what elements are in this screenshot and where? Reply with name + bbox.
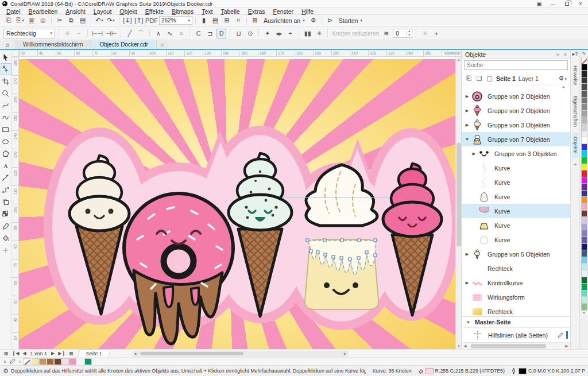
outline-color-chip[interactable] <box>519 368 527 374</box>
polygon-tool-icon[interactable] <box>1 148 11 160</box>
pick-tool-icon[interactable] <box>1 51 11 63</box>
zoom-tool-icon[interactable] <box>1 87 11 99</box>
drawing-canvas[interactable] <box>19 57 455 349</box>
cusp-node-icon[interactable]: ∧ <box>153 29 163 38</box>
redo-icon[interactable]: ↷▾ <box>106 15 116 25</box>
stretch-nodes-icon[interactable]: ⊙ <box>245 29 255 38</box>
canvas-vertical-scrollbar[interactable]: ▲ ▼ <box>455 57 461 349</box>
layer-name[interactable]: Layer 1 <box>519 75 539 82</box>
menu-item-2[interactable]: Ansicht <box>61 8 89 15</box>
elastic-mode-icon[interactable]: ▮▮ <box>303 29 312 38</box>
import-icon[interactable]: [↧] <box>122 15 133 25</box>
delete-node-icon[interactable]: − <box>74 29 84 38</box>
docker-hscrollbar[interactable]: ◀ ▶ <box>462 342 570 349</box>
close-button[interactable]: × <box>578 1 583 7</box>
launch-icon[interactable]: ⊳ <box>325 15 335 25</box>
docker-tab-eigenschaften[interactable]: Eigenschaften <box>572 92 578 131</box>
status-gear-icon[interactable]: ⚙ <box>3 367 9 375</box>
horizontal-ruler[interactable]: 3040506070809010011012013014015016017018… <box>19 50 461 56</box>
connector-tool-icon[interactable] <box>1 184 11 196</box>
break-curve-icon[interactable]: ⊣⊢ <box>105 29 117 38</box>
mesh-fill-tool-icon[interactable] <box>1 208 11 220</box>
cut-icon[interactable]: ✂ <box>55 15 65 25</box>
docker-close-icon[interactable]: × <box>564 52 567 57</box>
document-color-swatch[interactable] <box>54 358 61 365</box>
expander-icon[interactable]: ▼ <box>464 137 470 141</box>
tree-collapse-icon[interactable]: ▲ <box>462 84 570 89</box>
docker-tab-hinweise[interactable]: Hinweise <box>572 61 578 90</box>
expander-icon[interactable]: ▶ <box>464 123 470 127</box>
launch-dropdown[interactable]: Starten▾ <box>336 17 365 24</box>
publish-pdf-icon[interactable]: PDF <box>145 15 158 25</box>
objects-tree-row[interactable]: Kurve <box>462 189 570 204</box>
prev-page-icon[interactable]: ◀ <box>21 351 28 356</box>
document-color-swatch[interactable] <box>47 358 54 365</box>
docpal-scroll-left-icon[interactable]: ‹ <box>18 359 22 365</box>
palette-scroll-down-icon[interactable]: ▼ <box>582 311 586 316</box>
guidelines-icon[interactable]: ⌗ <box>233 15 243 25</box>
reverse-direction-icon[interactable]: C <box>194 29 203 38</box>
menu-item-1[interactable]: Bearbeiten <box>25 8 62 15</box>
home-tab-icon[interactable]: ⌂ <box>0 40 15 49</box>
zoom-level-select[interactable]: 262%▾ <box>159 16 192 25</box>
menu-item-0[interactable]: Datei <box>2 8 25 15</box>
page-name[interactable]: Seite 1 <box>496 75 516 82</box>
snap-off-icon[interactable]: ⊠ <box>250 15 260 25</box>
smooth-node-icon[interactable]: ∿ <box>165 29 175 38</box>
menu-item-10[interactable]: Fenster <box>269 8 297 15</box>
tab-welcome[interactable]: Willkommensbildschirm <box>15 40 91 49</box>
page-overview-icon[interactable]: ▦ <box>2 351 10 356</box>
menu-item-11[interactable]: Hilfe <box>297 8 318 15</box>
add-tool-icon[interactable] <box>1 244 11 256</box>
first-page-icon[interactable]: ❙◀ <box>10 351 21 356</box>
scroll-right-icon[interactable]: ▶ <box>563 344 570 348</box>
menu-item-3[interactable]: Layout <box>90 8 116 15</box>
hscroll-left-icon[interactable]: ◀ <box>134 351 137 356</box>
close-curve-icon[interactable]: D <box>216 29 226 38</box>
next-page-icon[interactable]: ▶ <box>49 351 56 356</box>
restore-button[interactable] <box>565 2 569 6</box>
menu-item-5[interactable]: Effekte <box>141 8 168 15</box>
eyedropper-tool-icon[interactable] <box>1 220 11 232</box>
signin-icon[interactable]: ▣ <box>536 1 542 7</box>
horizontal-scroll-thumb[interactable] <box>140 352 243 355</box>
to-curve-icon[interactable]: ⌒ <box>136 29 146 38</box>
smart-fill-tool-icon[interactable] <box>1 232 11 244</box>
rectangle-tool-icon[interactable] <box>1 123 11 135</box>
marquee-mode-select[interactable]: Rechteckig▾ <box>3 29 55 38</box>
shape-tool-icon[interactable] <box>1 63 11 75</box>
vertical-ruler[interactable]: 1801701601501401301201101009080706050403… <box>12 57 19 349</box>
export-icon[interactable]: [↥] <box>134 15 144 25</box>
add-docker-icon[interactable]: ＋ <box>572 160 578 168</box>
new-document-icon[interactable]: ⎗ <box>3 15 14 25</box>
docker-tab-objekte[interactable]: Objekte <box>572 133 578 157</box>
objects-tree-row[interactable]: ▶Gruppe von 2 Objekten <box>462 103 570 118</box>
minimize-button[interactable] <box>551 3 555 5</box>
objects-tree-row[interactable]: ▶Gruppe von 3 Objekten <box>462 146 570 161</box>
text-tool-icon[interactable]: A <box>1 160 11 172</box>
objects-tree-row[interactable]: ▶Gruppe von 2 Objekten <box>462 89 570 103</box>
snap-to-dropdown[interactable]: Ausrichten an▾ <box>261 17 307 24</box>
canvas-horizontal-scrollbar[interactable]: ◀ ▶ <box>133 351 348 356</box>
edit-pen-icon[interactable] <box>557 332 564 339</box>
tab-document[interactable]: Objects Docker.cdr <box>91 40 156 49</box>
add-page-icon[interactable]: ▦ <box>67 351 75 356</box>
page-tab[interactable]: Seite 1 <box>78 350 111 357</box>
extract-subpath-icon[interactable]: ⊔ <box>234 29 243 38</box>
symmetrical-node-icon[interactable]: ≈ <box>176 29 186 38</box>
document-color-swatch[interactable] <box>61 358 69 365</box>
new-tab-button[interactable]: ＋ <box>157 40 167 49</box>
menu-item-6[interactable]: Bitmaps <box>168 8 198 15</box>
scroll-up-icon[interactable]: ▲ <box>456 57 462 63</box>
curve-smoothness-spinner[interactable]: 0▲▼ <box>393 29 412 38</box>
objects-tree-row[interactable]: ▼Gruppe von 7 Objekten <box>462 132 570 146</box>
ellipse-tool-icon[interactable] <box>1 135 11 148</box>
rulers-icon[interactable]: ▤ <box>210 15 220 25</box>
show-layers-icon[interactable]: ❏ <box>475 73 483 83</box>
last-page-icon[interactable]: ▶❙ <box>56 351 67 356</box>
fill-color-chip[interactable] <box>425 368 434 374</box>
flyout-icon[interactable]: ✳ <box>420 29 430 38</box>
paste-icon[interactable]: ▤ <box>78 15 88 25</box>
objects-tree-row[interactable]: Kurve <box>462 175 570 189</box>
objects-tree-row[interactable]: ▶Gruppe von 5 Objekten <box>462 247 570 261</box>
